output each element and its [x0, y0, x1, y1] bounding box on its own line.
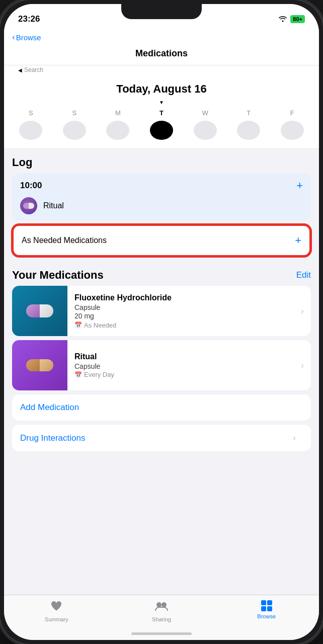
fluoxetine-chevron-icon: ›: [301, 306, 311, 316]
day-dot-4[interactable]: [194, 121, 217, 140]
date-section: Today, August 16 ▼ S S M T: [4, 74, 319, 148]
day-col-0: S: [9, 109, 53, 117]
fluoxetine-image: [12, 286, 67, 336]
search-label: Search: [24, 66, 43, 73]
ritual-info: Ritual Capsule 📅 Every Day: [67, 346, 301, 384]
day-label-2: M: [115, 109, 121, 117]
grid-icon: [261, 600, 272, 611]
search-bar-hint: ◀ Search: [4, 65, 319, 74]
as-needed-plus-button[interactable]: +: [295, 234, 301, 247]
tab-browse[interactable]: Browse: [214, 600, 319, 619]
fluoxetine-capsule-shape: [26, 304, 53, 317]
svg-point-1: [162, 602, 167, 607]
ritual-capsule-right: [40, 359, 53, 371]
log-med-row[interactable]: Ritual: [20, 197, 303, 214]
day-col-6: F: [270, 109, 314, 117]
tab-summary-label: Summary: [45, 616, 68, 622]
capsule-right-half: [40, 304, 53, 317]
phone-screen: 23:26 80+ ‹ Browse Medications: [4, 4, 319, 640]
log-time: 10:00: [20, 181, 42, 191]
week-days: S S M T W T: [4, 107, 319, 117]
log-med-name: Ritual: [43, 201, 64, 210]
ritual-type: Capsule: [74, 362, 299, 370]
nav-bar: Medications: [4, 46, 319, 65]
day-label-5: T: [247, 109, 251, 117]
tab-browse-label: Browse: [257, 613, 276, 619]
add-medication-card[interactable]: Add Medication: [12, 394, 311, 421]
day-label-0: S: [29, 109, 33, 117]
home-indicator: [131, 632, 192, 635]
notch: [121, 4, 202, 19]
fluoxetine-name: Fluoxetine Hydrochloride: [74, 293, 299, 302]
fluoxetine-card[interactable]: Fluoxetine Hydrochloride Capsule 20 mg 📅…: [12, 286, 311, 336]
day-dot-2[interactable]: [106, 121, 129, 140]
your-medications-title: Your Medications: [12, 269, 104, 282]
ritual-image: [12, 340, 67, 390]
back-chevron-icon: ‹: [12, 32, 15, 42]
date-title: Today, August 16: [4, 83, 319, 100]
fluoxetine-info: Fluoxetine Hydrochloride Capsule 20 mg 📅…: [67, 287, 301, 335]
log-plus-button[interactable]: +: [296, 179, 303, 192]
tab-sharing[interactable]: Sharing: [109, 600, 214, 622]
browse-icon: [261, 600, 272, 611]
ritual-log-icon: [20, 197, 37, 214]
phone-frame: 23:26 80+ ‹ Browse Medications: [0, 0, 323, 644]
day-label-4: W: [202, 109, 208, 117]
day-label-1: S: [72, 109, 77, 117]
log-card: 10:00 + Ritual: [12, 173, 311, 220]
day-label-today: T: [159, 109, 164, 117]
calendar-icon-0: 📅: [74, 321, 82, 329]
drug-interactions-chevron-icon: ›: [293, 433, 303, 443]
capsule-left-half: [26, 304, 40, 317]
heart-icon: [50, 600, 62, 614]
fluoxetine-capsule: [26, 304, 53, 317]
calendar-icon-1: 📅: [74, 371, 82, 378]
grid-sq-1: [261, 600, 266, 605]
as-needed-label: As Needed Medications: [22, 236, 107, 245]
fluoxetine-schedule-text: As Needed: [84, 321, 116, 329]
search-arrow-icon: ◀: [18, 67, 22, 73]
battery-indicator: 80+: [290, 15, 305, 23]
day-col-1: S: [53, 109, 97, 117]
your-medications-header: Your Medications Edit: [4, 265, 319, 286]
capsule-inner: [23, 203, 34, 209]
grid-sq-2: [267, 600, 272, 605]
tab-sharing-label: Sharing: [152, 616, 171, 622]
log-time-row: 10:00 +: [20, 179, 303, 192]
ritual-capsule-shape: [26, 359, 53, 371]
tab-summary[interactable]: Summary: [4, 600, 109, 622]
day-col-2: M: [96, 109, 140, 117]
ritual-schedule: 📅 Every Day: [74, 371, 299, 378]
drug-interactions-card[interactable]: Drug Interactions ›: [12, 425, 311, 451]
grid-sq-3: [261, 606, 266, 611]
back-button[interactable]: ‹ Browse: [12, 32, 41, 42]
day-col-5: T: [227, 109, 271, 117]
day-col-4: W: [183, 109, 227, 117]
drug-interactions-label[interactable]: Drug Interactions: [20, 433, 85, 443]
ritual-schedule-text: Every Day: [84, 371, 114, 378]
sharing-icon: [154, 600, 169, 614]
day-dot-1[interactable]: [63, 121, 86, 140]
day-col-3: T: [140, 109, 184, 117]
wifi-icon: [278, 15, 287, 24]
as-needed-row[interactable]: As Needed Medications +: [12, 224, 311, 257]
capsule-left: [23, 203, 29, 209]
log-section-label: Log: [4, 148, 319, 173]
scroll-content[interactable]: Today, August 16 ▼ S S M T: [4, 74, 319, 610]
day-dot-6[interactable]: [281, 121, 304, 140]
ritual-card[interactable]: Ritual Capsule 📅 Every Day ›: [12, 340, 311, 390]
back-nav: ‹ Browse: [4, 30, 319, 46]
day-dot-5[interactable]: [237, 121, 260, 140]
fluoxetine-type: Capsule: [74, 303, 299, 311]
status-icons: 80+: [278, 15, 305, 24]
log-section: Log 10:00 + Ritual: [4, 148, 319, 220]
ritual-chevron-icon: ›: [301, 360, 311, 371]
fluoxetine-dose: 20 mg: [74, 312, 299, 320]
edit-button[interactable]: Edit: [296, 270, 311, 280]
back-label: Browse: [16, 33, 41, 42]
day-dot-0[interactable]: [19, 121, 42, 140]
add-medication-button[interactable]: Add Medication: [20, 403, 79, 412]
ritual-name: Ritual: [74, 352, 299, 361]
day-dot-today[interactable]: [150, 121, 173, 140]
day-label-6: F: [290, 109, 294, 117]
